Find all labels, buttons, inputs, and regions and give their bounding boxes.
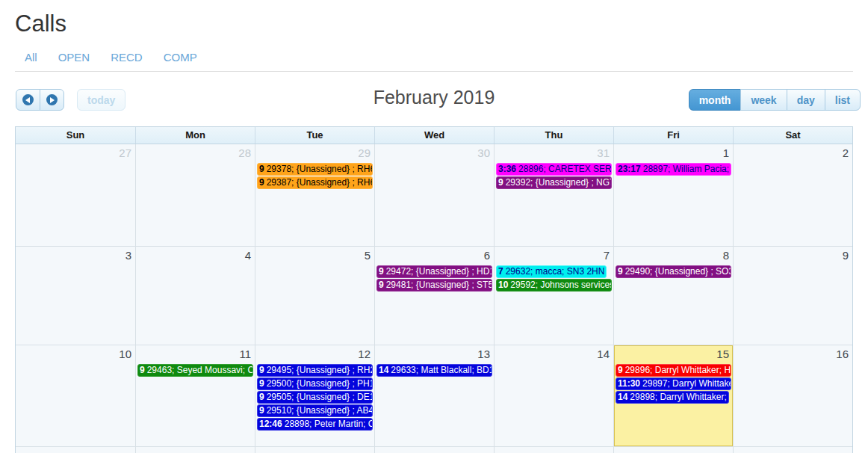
day-cell[interactable] bbox=[494, 447, 613, 453]
day-cell[interactable]: 123:1728897; William Pacia; bbox=[613, 144, 733, 246]
day-cell[interactable] bbox=[613, 447, 733, 453]
day-cell[interactable]: 11929463; Seyed Moussavi; C bbox=[135, 345, 255, 446]
calendar-event[interactable]: 929392; {Unassigned} ; NG7 bbox=[496, 176, 612, 189]
calendar-event[interactable]: 929378; {Unassigned} ; RH6 bbox=[257, 163, 373, 176]
day-header-sat: Sat bbox=[733, 127, 852, 144]
event-row: 929505; {Unassigned} ; DE1 bbox=[257, 391, 373, 404]
day-cell[interactable]: 6929472; {Unassigned} ; HD1929481; {Unas… bbox=[374, 247, 494, 345]
view-button-week[interactable]: week bbox=[740, 89, 787, 111]
event-title: 29387; {Unassigned} ; RH6 bbox=[267, 177, 373, 188]
view-button-list[interactable]: list bbox=[825, 89, 861, 111]
next-month-button[interactable] bbox=[40, 89, 64, 111]
day-number: 5 bbox=[255, 247, 374, 262]
calendar-event[interactable]: 929481; {Unassigned} ; ST5 bbox=[376, 279, 492, 292]
tab-all[interactable]: All bbox=[15, 51, 48, 64]
event-title: 28896; CARETEX SERV bbox=[518, 164, 612, 174]
toolbar-right: monthweekdaylist bbox=[689, 89, 861, 111]
day-cell[interactable]: 16 bbox=[733, 345, 852, 446]
day-cell[interactable]: 4 bbox=[135, 247, 255, 345]
event-time: 9 bbox=[140, 365, 147, 375]
day-cell[interactable]: 9 bbox=[733, 247, 852, 345]
day-cell[interactable]: 8929490; {Unassigned} ; SO3 bbox=[613, 247, 733, 345]
event-time: 9 bbox=[259, 177, 267, 188]
event-title: 28897; William Pacia; bbox=[643, 164, 729, 174]
event-time: 9 bbox=[259, 392, 267, 402]
calendar-event[interactable]: 929495; {Unassigned} ; RH2 bbox=[257, 364, 373, 377]
day-events: 929378; {Unassigned} ; RH6929387; {Unass… bbox=[255, 163, 374, 189]
day-cell[interactable]: 2 bbox=[733, 144, 852, 246]
event-title: 29896; Darryl Whittaker; HF bbox=[625, 365, 731, 375]
event-time: 23:17 bbox=[618, 164, 643, 174]
day-number: 15 bbox=[614, 345, 733, 361]
calendar-event[interactable]: 3:3628896; CARETEX SERV bbox=[496, 163, 612, 176]
day-header-row: SunMonTueWedThuFriSat bbox=[16, 127, 852, 144]
day-cell[interactable]: 3 bbox=[16, 247, 135, 345]
calendar-event[interactable]: 929500; {Unassigned} ; PH1 bbox=[257, 378, 373, 390]
calendar-event[interactable]: 23:1728897; William Pacia; bbox=[616, 163, 731, 176]
view-button-day[interactable]: day bbox=[787, 89, 825, 111]
calendar-toolbar: today February 2019 monthweekdaylist bbox=[15, 89, 853, 111]
calendar-event[interactable]: 1429633; Matt Blackall; BD1 bbox=[376, 364, 492, 377]
day-cell[interactable]: 30 bbox=[374, 144, 494, 246]
day-cell[interactable]: 29929378; {Unassigned} ; RH6929387; {Una… bbox=[255, 144, 374, 246]
calendar-event[interactable]: 1429898; Darryl Whittaker; bbox=[616, 391, 729, 404]
day-cell[interactable]: 7729632; macca; SN3 2HN1029592; Johnsons… bbox=[494, 247, 613, 345]
day-number: 2 bbox=[734, 144, 852, 160]
calendar-event[interactable]: 929505; {Unassigned} ; DE1 bbox=[257, 391, 373, 404]
day-cell-today[interactable]: 15929896; Darryl Whittaker; HF11:3029897… bbox=[613, 345, 733, 446]
tab-recd[interactable]: RECD bbox=[100, 51, 153, 64]
day-number: 28 bbox=[136, 144, 255, 160]
day-events: 929463; Seyed Moussavi; C bbox=[136, 364, 255, 377]
calendar-event[interactable]: 11:3029897; Darryl Whittake bbox=[616, 378, 731, 390]
tab-comp[interactable]: COMP bbox=[153, 51, 208, 64]
day-cell[interactable] bbox=[16, 447, 135, 453]
event-title: 29472; {Unassigned} ; HD1 bbox=[386, 266, 492, 277]
week-row bbox=[16, 446, 852, 453]
event-row: 929392; {Unassigned} ; NG7 bbox=[496, 176, 612, 189]
event-row: 929500; {Unassigned} ; PH1 bbox=[257, 378, 373, 390]
day-cell[interactable]: 131429633; Matt Blackall; BD1 bbox=[374, 345, 494, 446]
event-time: 10 bbox=[498, 280, 510, 290]
day-cell[interactable]: 10 bbox=[16, 345, 135, 446]
day-cell[interactable]: 14 bbox=[494, 345, 613, 446]
day-cell[interactable] bbox=[374, 447, 494, 453]
day-number: 7 bbox=[495, 247, 613, 262]
day-cell[interactable] bbox=[733, 447, 852, 453]
view-button-month[interactable]: month bbox=[689, 89, 742, 111]
prev-next-group bbox=[16, 89, 64, 111]
event-title: 29378; {Unassigned} ; RH6 bbox=[267, 164, 373, 174]
day-cell[interactable]: 12929495; {Unassigned} ; RH2929500; {Una… bbox=[255, 345, 374, 446]
day-cell[interactable] bbox=[135, 447, 255, 453]
calendar-event[interactable]: 12:4628898; Peter Martin; C bbox=[257, 418, 373, 431]
calendar-event[interactable]: 729632; macca; SN3 2HN bbox=[496, 265, 607, 278]
calls-page: Calls AllOPENRECDCOMP today February 201… bbox=[0, 10, 868, 453]
calendar-event[interactable]: 929463; Seyed Moussavi; C bbox=[137, 364, 253, 377]
day-cell[interactable]: 313:3628896; CARETEX SERV929392; {Unassi… bbox=[494, 144, 613, 246]
day-cell[interactable]: 27 bbox=[16, 144, 135, 246]
day-events: 929472; {Unassigned} ; HD1929481; {Unass… bbox=[375, 265, 494, 292]
day-events: 1429633; Matt Blackall; BD1 bbox=[375, 364, 494, 377]
day-cell[interactable] bbox=[255, 447, 374, 453]
event-title: 29500; {Unassigned} ; PH1 bbox=[267, 378, 373, 389]
calendar-event[interactable]: 929510; {Unassigned} ; AB4 bbox=[257, 404, 373, 417]
day-cell[interactable]: 5 bbox=[255, 247, 374, 345]
calendar-event[interactable]: 929472; {Unassigned} ; HD1 bbox=[376, 265, 492, 278]
today-button[interactable]: today bbox=[77, 89, 125, 111]
event-time: 14 bbox=[618, 392, 630, 402]
event-row: 929495; {Unassigned} ; RH2 bbox=[257, 364, 373, 377]
event-row: 929510; {Unassigned} ; AB4 bbox=[257, 404, 373, 417]
event-title: 29463; Seyed Moussavi; C bbox=[147, 365, 253, 375]
event-row: 1029592; Johnsons services bbox=[496, 279, 612, 292]
day-events: 929495; {Unassigned} ; RH2929500; {Unass… bbox=[255, 364, 374, 431]
day-cell[interactable]: 28 bbox=[135, 144, 255, 246]
calendar-event[interactable]: 929490; {Unassigned} ; SO3 bbox=[616, 265, 731, 278]
day-header-mon: Mon bbox=[135, 127, 255, 144]
tab-open[interactable]: OPEN bbox=[48, 51, 101, 64]
day-header-fri: Fri bbox=[613, 127, 733, 144]
prev-month-button[interactable] bbox=[16, 89, 40, 111]
day-number: 3 bbox=[16, 247, 135, 262]
event-time: 9 bbox=[259, 378, 267, 389]
calendar-event[interactable]: 1029592; Johnsons services bbox=[496, 279, 612, 292]
calendar-event[interactable]: 929387; {Unassigned} ; RH6 bbox=[257, 176, 373, 189]
calendar-event[interactable]: 929896; Darryl Whittaker; HF bbox=[616, 364, 731, 377]
